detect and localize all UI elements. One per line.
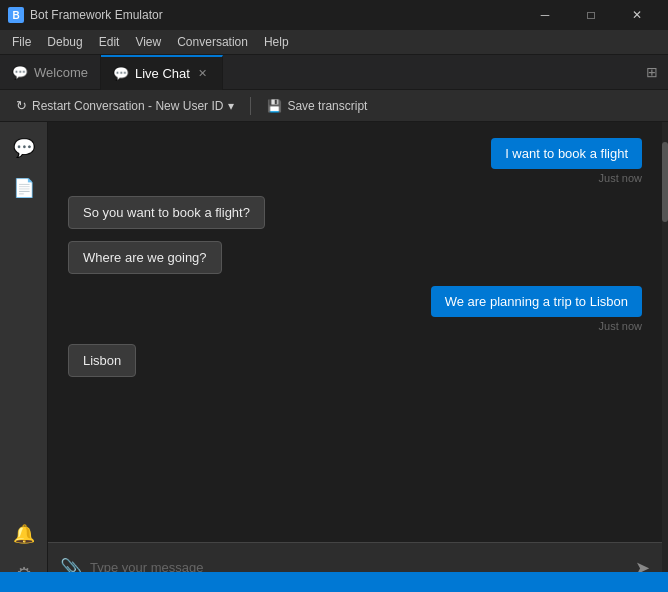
sidebar-toggle-button[interactable]: ⊞ <box>636 64 668 80</box>
app-icon: B <box>8 7 24 23</box>
message-row: I want to book a flight Just now <box>68 138 642 184</box>
tab-livechat[interactable]: 💬 Live Chat ✕ <box>101 55 223 90</box>
menu-item-help[interactable]: Help <box>256 33 297 51</box>
main-layout: 💬 📄 🔔 ⚙ I want to book a flight Just now… <box>0 122 668 592</box>
menu-item-view[interactable]: View <box>127 33 169 51</box>
toolbar-divider <box>250 97 251 115</box>
menu-item-edit[interactable]: Edit <box>91 33 128 51</box>
welcome-tab-label: Welcome <box>34 65 88 80</box>
save-icon: 💾 <box>267 99 282 113</box>
window-title: Bot Framework Emulator <box>30 8 522 22</box>
sidebar: 💬 📄 🔔 ⚙ <box>0 122 48 592</box>
menu-bar: FileDebugEditViewConversationHelp <box>0 30 668 55</box>
bot-bubble: Lisbon <box>68 344 136 377</box>
livechat-tab-icon: 💬 <box>113 66 129 81</box>
message-row: Where are we going? <box>68 241 642 274</box>
menu-item-debug[interactable]: Debug <box>39 33 90 51</box>
chat-scrollbar[interactable] <box>662 122 668 592</box>
message-timestamp: Just now <box>599 320 642 332</box>
close-button[interactable]: ✕ <box>614 0 660 30</box>
sidebar-document-icon[interactable]: 📄 <box>6 170 42 206</box>
bot-bubble: So you want to book a flight? <box>68 196 265 229</box>
restore-button[interactable]: □ <box>568 0 614 30</box>
sidebar-bell-icon[interactable]: 🔔 <box>6 516 42 552</box>
livechat-tab-label: Live Chat <box>135 66 190 81</box>
save-label: Save transcript <box>287 99 367 113</box>
title-bar: B Bot Framework Emulator ─ □ ✕ <box>0 0 668 30</box>
user-bubble: I want to book a flight <box>491 138 642 169</box>
user-bubble: We are planning a trip to Lisbon <box>431 286 642 317</box>
chat-area: I want to book a flight Just now So you … <box>48 122 662 592</box>
dropdown-icon: ▾ <box>228 99 234 113</box>
tab-welcome[interactable]: 💬 Welcome <box>0 55 101 90</box>
tabs-bar: 💬 Welcome 💬 Live Chat ✕ ⊞ <box>0 55 668 90</box>
menu-item-file[interactable]: File <box>4 33 39 51</box>
toolbar: ↻ Restart Conversation - New User ID ▾ 💾… <box>0 90 668 122</box>
restart-label: Restart Conversation - New User ID <box>32 99 223 113</box>
message-row: Lisbon <box>68 344 642 377</box>
message-timestamp: Just now <box>599 172 642 184</box>
menu-item-conversation[interactable]: Conversation <box>169 33 256 51</box>
save-transcript-button[interactable]: 💾 Save transcript <box>259 96 375 116</box>
status-bar <box>0 572 668 592</box>
welcome-tab-icon: 💬 <box>12 65 28 80</box>
restart-conversation-button[interactable]: ↻ Restart Conversation - New User ID ▾ <box>8 95 242 116</box>
restart-icon: ↻ <box>16 98 27 113</box>
livechat-tab-close[interactable]: ✕ <box>196 66 210 80</box>
messages-container: I want to book a flight Just now So you … <box>48 122 662 542</box>
bot-bubble: Where are we going? <box>68 241 222 274</box>
message-row: So you want to book a flight? <box>68 196 642 229</box>
sidebar-chat-icon[interactable]: 💬 <box>6 130 42 166</box>
minimize-button[interactable]: ─ <box>522 0 568 30</box>
scrollbar-thumb <box>662 142 668 222</box>
message-row: We are planning a trip to Lisbon Just no… <box>68 286 642 332</box>
